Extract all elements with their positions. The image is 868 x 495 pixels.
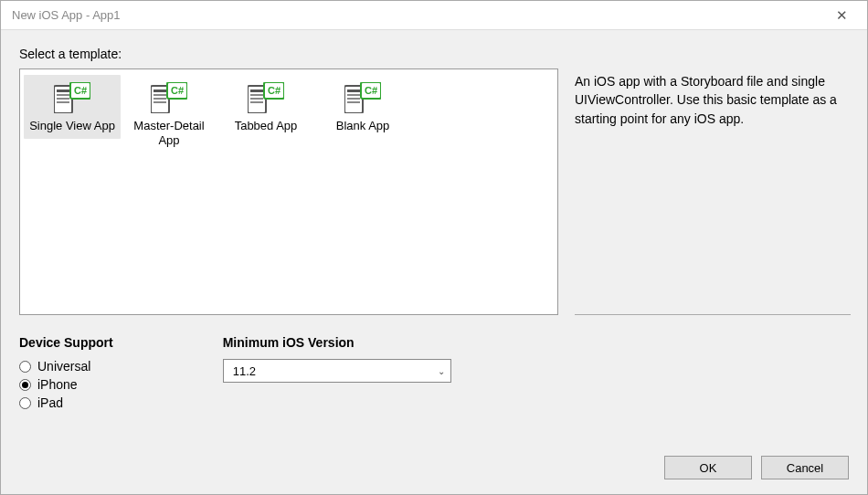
template-description: An iOS app with a Storyboard file and si…	[575, 68, 849, 315]
svg-rect-11	[153, 101, 166, 103]
svg-rect-4	[57, 101, 69, 103]
cancel-button-label: Cancel	[787, 461, 823, 475]
svg-rect-25	[347, 101, 360, 103]
device-radio-label: iPhone	[37, 377, 78, 392]
window-title: New iOS App - App1	[12, 8, 121, 22]
csharp-project-icon: C#	[27, 82, 117, 113]
titlebar: New iOS App - App1 ✕	[1, 1, 867, 30]
template-item[interactable]: C#Single View App	[24, 75, 121, 139]
cancel-button[interactable]: Cancel	[761, 456, 849, 479]
device-support-title: Device Support	[19, 335, 113, 350]
ok-button[interactable]: OK	[664, 456, 752, 479]
dialog-window: New iOS App - App1 ✕ Select a template: …	[0, 0, 868, 495]
svg-rect-3	[57, 98, 69, 100]
radio-icon	[19, 361, 31, 373]
chevron-down-icon: ⌄	[438, 366, 445, 376]
svg-rect-17	[250, 98, 263, 100]
min-ios-value: 11.2	[233, 364, 256, 378]
svg-rect-22	[347, 90, 360, 92]
template-description-text: An iOS app with a Storyboard file and si…	[575, 74, 837, 126]
svg-rect-10	[153, 98, 166, 100]
device-radio-universal[interactable]: Universal	[19, 359, 113, 374]
template-item-label: Single View App	[27, 119, 117, 133]
template-item-label: Blank App	[318, 119, 408, 133]
svg-text:C#: C#	[365, 85, 377, 96]
svg-rect-18	[250, 101, 263, 103]
device-radio-label: iPad	[37, 395, 63, 410]
device-radio-ipad[interactable]: iPad	[19, 395, 113, 410]
template-item[interactable]: C#Master-Detail App	[121, 75, 217, 154]
svg-rect-2	[57, 94, 69, 96]
templates-row: C#Single View AppC#Master-Detail AppC#Ta…	[19, 68, 849, 315]
min-ios-select[interactable]: 11.2 ⌄	[223, 359, 451, 383]
svg-rect-8	[153, 90, 166, 92]
template-item[interactable]: C#Tabbed App	[217, 75, 314, 139]
device-radio-iphone[interactable]: iPhone	[19, 377, 113, 392]
device-support-group: Device Support UniversaliPhoneiPad	[19, 335, 113, 414]
svg-rect-15	[250, 90, 263, 92]
device-radio-label: Universal	[37, 359, 90, 374]
csharp-project-icon: C#	[124, 82, 214, 113]
dialog-footer: OK Cancel	[19, 445, 849, 479]
radio-icon	[19, 379, 31, 391]
template-list: C#Single View AppC#Master-Detail AppC#Ta…	[19, 68, 558, 315]
svg-rect-24	[347, 98, 360, 100]
dialog-body: Select a template: C#Single View AppC#Ma…	[1, 30, 867, 494]
prompt-label: Select a template:	[19, 47, 849, 61]
divider	[575, 314, 851, 315]
min-ios-group: Minimum iOS Version 11.2 ⌄	[223, 335, 451, 414]
svg-rect-23	[347, 94, 360, 96]
template-item[interactable]: C#Blank App	[314, 75, 411, 139]
csharp-project-icon: C#	[318, 82, 408, 113]
template-item-label: Master-Detail App	[124, 119, 214, 149]
svg-text:C#: C#	[74, 85, 87, 96]
svg-rect-1	[57, 90, 69, 92]
close-icon[interactable]: ✕	[823, 7, 860, 24]
min-ios-title: Minimum iOS Version	[223, 335, 451, 350]
template-item-label: Tabbed App	[221, 119, 311, 133]
svg-rect-9	[153, 94, 166, 96]
svg-rect-16	[250, 94, 263, 96]
radio-icon	[19, 397, 31, 409]
ok-button-label: OK	[700, 461, 717, 475]
svg-text:C#: C#	[171, 85, 184, 96]
csharp-project-icon: C#	[221, 82, 311, 113]
svg-text:C#: C#	[268, 85, 281, 96]
options-row: Device Support UniversaliPhoneiPad Minim…	[19, 335, 849, 414]
device-support-options: UniversaliPhoneiPad	[19, 359, 113, 410]
